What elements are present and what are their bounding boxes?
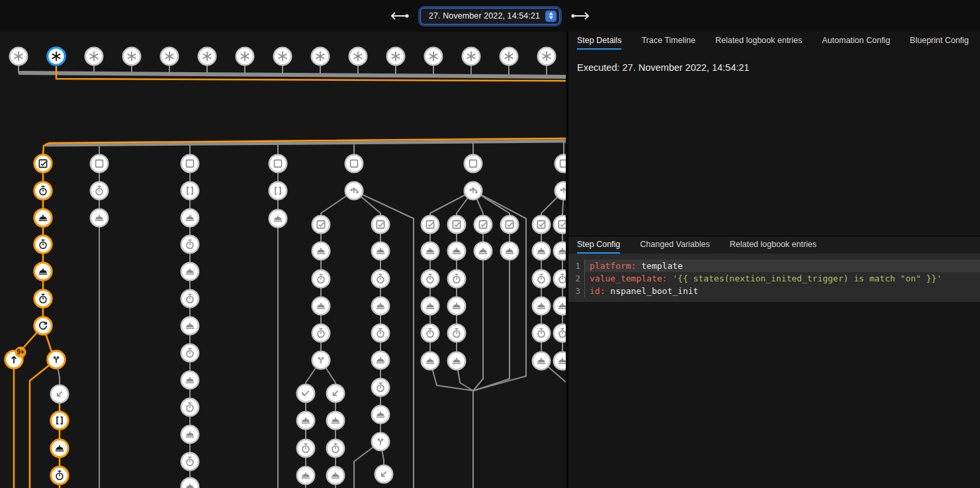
node-timer[interactable]	[34, 182, 52, 199]
node-choose[interactable]	[465, 182, 482, 199]
node-service-call[interactable]	[533, 242, 550, 260]
node-service-call[interactable]	[181, 478, 199, 488]
node-service-call[interactable]	[181, 317, 199, 334]
node-service-call[interactable]	[372, 242, 389, 260]
node-service-call[interactable]	[312, 242, 330, 260]
node-service-call[interactable]	[474, 242, 492, 260]
node-service-call[interactable]	[501, 242, 518, 260]
node-service-call[interactable]	[34, 263, 52, 280]
node-condition-blank[interactable]	[181, 155, 199, 172]
node-condition-checked[interactable]	[501, 216, 518, 233]
node-trigger-asterisk[interactable]	[123, 48, 140, 65]
node-condition-blank[interactable]	[555, 155, 566, 172]
node-timer[interactable]	[312, 324, 330, 342]
node-condition-checked[interactable]	[312, 216, 330, 233]
node-trigger-asterisk[interactable]	[274, 48, 291, 65]
node-service-call[interactable]	[312, 297, 330, 315]
node-service-call[interactable]	[91, 209, 108, 226]
node-timer[interactable]	[181, 290, 199, 307]
node-service-call[interactable]	[327, 412, 344, 429]
next-run-button[interactable]	[569, 10, 592, 22]
node-service-call[interactable]	[181, 209, 199, 226]
node-condition-blank[interactable]	[465, 155, 482, 172]
node-trigger-asterisk[interactable]	[425, 48, 442, 65]
node-service-call[interactable]	[422, 352, 439, 369]
node-trigger-asterisk[interactable]	[236, 48, 253, 65]
node-timer[interactable]	[91, 182, 108, 199]
node-service-call[interactable]	[269, 210, 287, 227]
node-trigger-asterisk[interactable]	[463, 48, 480, 65]
node-service-call[interactable]	[372, 297, 389, 315]
node-timer[interactable]	[533, 324, 550, 342]
node-service-call[interactable]	[181, 426, 199, 443]
node-timer[interactable]	[554, 324, 566, 342]
node-timer[interactable]	[422, 324, 439, 342]
node-timer[interactable]	[533, 270, 550, 287]
node-service-call[interactable]	[51, 440, 68, 457]
node-service-call[interactable]	[533, 352, 550, 369]
node-timer[interactable]	[181, 453, 199, 470]
node-condition-blank[interactable]	[269, 155, 287, 172]
run-datetime-select[interactable]: 27. November 2022, 14:54:21 ▲▼	[420, 8, 560, 24]
tab-trace-timeline[interactable]: Trace Timeline	[641, 32, 695, 50]
node-choose[interactable]	[345, 182, 363, 199]
previous-run-button[interactable]	[388, 10, 411, 22]
node-service-call[interactable]	[181, 263, 199, 280]
node-service-call[interactable]	[422, 242, 439, 260]
node-condition-blank[interactable]	[91, 155, 108, 172]
node-service-call[interactable]	[533, 297, 550, 315]
node-condition-checked[interactable]	[474, 216, 492, 233]
node-split[interactable]	[48, 351, 65, 368]
node-check[interactable]	[297, 385, 314, 402]
node-timer[interactable]	[448, 324, 465, 342]
tab-related-logbook-entries[interactable]: Related logbook entries	[715, 32, 802, 50]
yaml-code-block[interactable]: 1platform: template2value_template: '{{ …	[568, 254, 980, 302]
node-trigger-asterisk[interactable]	[538, 48, 555, 65]
node-choose[interactable]	[555, 182, 566, 199]
node-service-call[interactable]	[297, 467, 314, 484]
node-timer[interactable]	[327, 440, 344, 457]
node-arrow-up[interactable]: 9+	[5, 347, 26, 369]
node-split[interactable]	[312, 352, 330, 369]
node-condition-checked[interactable]	[34, 155, 52, 172]
node-trigger-asterisk[interactable]	[48, 48, 65, 65]
node-timer[interactable]	[181, 344, 199, 362]
tab-changed-variables[interactable]: Changed Variables	[640, 236, 709, 254]
node-timer[interactable]	[554, 270, 566, 287]
tab-related-logbook-entries[interactable]: Related logbook entries	[730, 236, 817, 254]
node-service-call[interactable]	[448, 297, 465, 315]
node-template-brackets[interactable]	[269, 182, 287, 199]
node-trigger-asterisk[interactable]	[85, 48, 103, 65]
node-condition-checked[interactable]	[448, 216, 465, 233]
node-service-call[interactable]	[181, 371, 199, 389]
node-timer[interactable]	[372, 379, 389, 396]
tab-step-details[interactable]: Step Details	[577, 32, 621, 50]
node-timer[interactable]	[312, 270, 330, 287]
node-trigger-asterisk[interactable]	[161, 48, 178, 65]
node-timer[interactable]	[297, 440, 314, 457]
node-timer[interactable]	[181, 399, 199, 416]
node-service-call[interactable]	[554, 297, 566, 315]
node-service-call[interactable]	[372, 406, 389, 423]
node-trigger-asterisk[interactable]	[312, 48, 329, 65]
node-service-call[interactable]	[422, 297, 439, 315]
node-arrow-down-left[interactable]	[51, 385, 68, 403]
node-condition-blank[interactable]	[345, 155, 363, 172]
node-timer[interactable]	[448, 270, 465, 287]
node-service-call[interactable]	[554, 352, 566, 369]
tab-blueprint-config[interactable]: Blueprint Config	[910, 32, 969, 50]
node-timer[interactable]	[34, 290, 52, 307]
node-split[interactable]	[372, 433, 389, 450]
node-timer[interactable]	[372, 270, 389, 287]
node-service-call[interactable]	[372, 352, 389, 369]
node-template-brackets[interactable]	[181, 182, 199, 199]
node-trigger-asterisk[interactable]	[500, 48, 517, 65]
node-timer[interactable]	[51, 467, 68, 484]
node-arrow-down-left[interactable]	[375, 465, 392, 483]
node-condition-checked[interactable]	[533, 216, 550, 233]
node-timer[interactable]	[34, 236, 52, 253]
node-service-call[interactable]	[554, 242, 566, 260]
node-timer[interactable]	[422, 270, 439, 287]
node-condition-checked[interactable]	[372, 216, 389, 233]
tab-automation-config[interactable]: Automation Config	[822, 32, 890, 50]
